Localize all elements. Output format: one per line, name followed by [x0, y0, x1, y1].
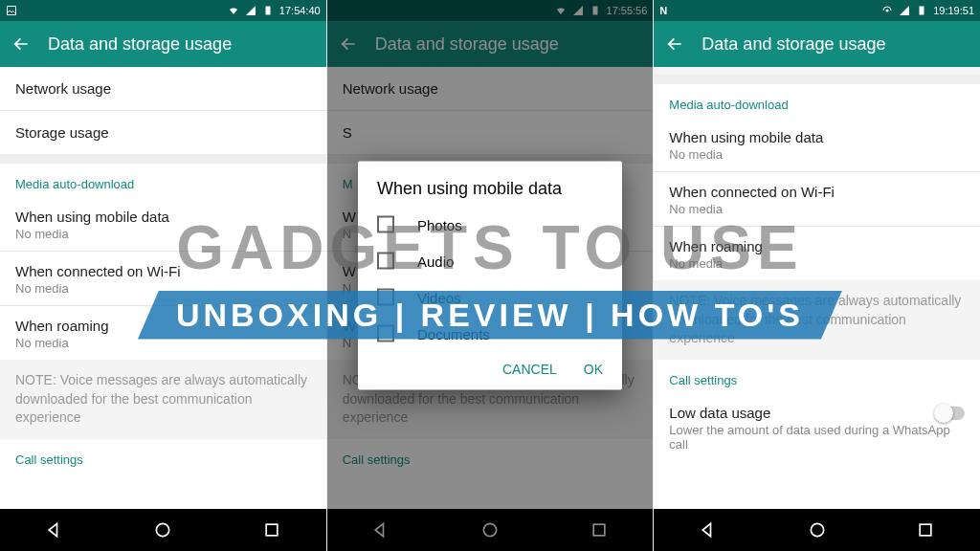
roaming-item[interactable]: When roaming No media: [0, 306, 326, 360]
ok-button[interactable]: OK: [584, 362, 603, 377]
status-time: 19:19:51: [933, 5, 974, 16]
nav-back-icon[interactable]: [699, 520, 718, 540]
option-label: Documents: [417, 325, 490, 342]
status-bar: N 19:19:51: [654, 0, 980, 21]
page-title: Data and storage usage: [702, 34, 885, 55]
svg-point-1: [157, 523, 169, 536]
nav-bar: [654, 509, 980, 551]
dialog-title: When using mobile data: [358, 162, 622, 207]
checkbox-icon[interactable]: [377, 325, 394, 342]
nav-home-icon[interactable]: [153, 520, 172, 540]
option-label: Videos: [417, 289, 461, 305]
option-photos[interactable]: Photos: [358, 207, 622, 243]
phone-right: N 19:19:51 Data and storage usage Media …: [654, 0, 980, 551]
item-title: When connected on Wi-Fi: [15, 263, 311, 279]
svg-rect-7: [920, 7, 924, 15]
wifi-item[interactable]: When connected on Wi-Fi No media: [0, 252, 326, 305]
nav-recents-icon[interactable]: [916, 520, 935, 540]
app-bar: Data and storage usage: [654, 21, 980, 67]
calls-section-header: Call settings: [0, 439, 326, 473]
item-title: Low data usage: [669, 405, 965, 421]
cancel-button[interactable]: CANCEL: [502, 362, 557, 377]
network-usage-item[interactable]: Network usage: [0, 67, 326, 110]
low-data-item[interactable]: Low data usage Lower the amount of data …: [654, 393, 980, 461]
nav-back-icon[interactable]: [45, 520, 64, 540]
status-time: 17:54:40: [279, 5, 321, 16]
phone-left: 17:54:40 Data and storage usage Network …: [0, 0, 327, 551]
calls-section-header: Call settings: [654, 360, 980, 393]
storage-usage-item[interactable]: Storage usage: [0, 111, 326, 154]
signal-icon: [245, 5, 256, 16]
option-audio[interactable]: Audio: [358, 243, 622, 279]
option-label: Photos: [417, 216, 462, 232]
item-subtitle: No media: [15, 336, 311, 350]
checkbox-icon[interactable]: [377, 216, 394, 233]
mobile-data-item[interactable]: When using mobile data No media: [0, 197, 326, 251]
item-title: When roaming: [15, 318, 311, 334]
wifi-item[interactable]: When connected on Wi-Fi No media: [654, 172, 980, 226]
battery-icon: [916, 5, 927, 16]
checkbox-icon[interactable]: [377, 253, 394, 270]
voice-note: NOTE: Voice messages are always automati…: [654, 280, 980, 360]
item-title: When connected on Wi-Fi: [669, 184, 965, 200]
roaming-item[interactable]: When roaming No media: [654, 227, 980, 280]
item-subtitle: Lower the amount of data used during a W…: [669, 423, 965, 452]
svg-point-6: [886, 10, 889, 12]
item-subtitle: No media: [15, 281, 311, 296]
back-icon[interactable]: [665, 34, 684, 54]
low-data-toggle[interactable]: [936, 407, 965, 420]
item-subtitle: No media: [669, 256, 965, 271]
svg-rect-0: [265, 7, 270, 15]
app-bar: Data and storage usage: [0, 21, 326, 67]
item-subtitle: No media: [669, 147, 965, 162]
item-title: When using mobile data: [669, 129, 965, 145]
settings-list[interactable]: Media auto-download When using mobile da…: [654, 67, 980, 509]
back-icon[interactable]: [11, 34, 31, 54]
checkbox-icon[interactable]: [377, 289, 394, 306]
media-section-header: Media auto-download: [0, 164, 326, 197]
voice-note: NOTE: Voice messages are always automati…: [0, 360, 326, 439]
mobile-data-item[interactable]: When using mobile data No media: [654, 118, 980, 171]
nav-recents-icon[interactable]: [262, 520, 281, 540]
item-title: When using mobile data: [15, 209, 311, 225]
nav-home-icon[interactable]: [808, 520, 827, 540]
battery-icon: [262, 5, 274, 16]
item-title: When roaming: [669, 238, 965, 254]
option-videos[interactable]: Videos: [358, 279, 622, 316]
svg-rect-9: [920, 524, 931, 536]
settings-list[interactable]: Network usage Storage usage Media auto-d…: [0, 67, 326, 509]
item-subtitle: No media: [669, 202, 965, 216]
item-subtitle: No media: [15, 227, 311, 241]
option-documents[interactable]: Documents: [358, 316, 622, 352]
nav-bar: [0, 509, 326, 551]
media-section-header: Media auto-download: [654, 84, 980, 118]
svg-point-8: [811, 523, 823, 536]
option-label: Audio: [417, 253, 454, 269]
image-icon: [6, 5, 17, 16]
status-bar: 17:54:40: [0, 0, 326, 21]
phone-middle: 17:55:56 Data and storage usage Network …: [327, 0, 655, 551]
hotspot-icon: [881, 5, 893, 16]
svg-rect-2: [266, 524, 278, 536]
signal-icon: [899, 5, 910, 16]
page-title: Data and storage usage: [48, 34, 232, 55]
mobile-data-dialog: When using mobile data Photos Audio Vide…: [358, 162, 622, 390]
n-icon: N: [659, 5, 667, 16]
wifi-icon: [228, 5, 239, 16]
